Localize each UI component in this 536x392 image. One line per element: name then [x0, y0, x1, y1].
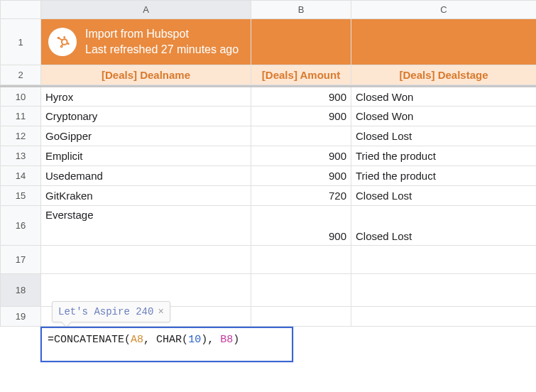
- cell-A17[interactable]: [41, 246, 251, 274]
- cell-B17[interactable]: [251, 246, 351, 274]
- column-header-row: A B C: [1, 1, 537, 19]
- cell-C16[interactable]: Closed Lost: [351, 206, 537, 246]
- svg-line-6: [67, 43, 67, 43]
- row-number[interactable]: 1: [1, 19, 41, 65]
- banner-title: Import from Hubspot: [85, 26, 239, 42]
- cell-C14[interactable]: Tried the product: [351, 166, 537, 186]
- hubspot-icon: [48, 28, 77, 56]
- row-number[interactable]: 2: [1, 65, 41, 85]
- row-number[interactable]: 12: [1, 126, 41, 146]
- tooltip-text: Let's Aspire 240: [58, 306, 153, 317]
- row-17: 17: [1, 246, 537, 274]
- cell-B18[interactable]: [251, 274, 351, 307]
- corner-cell[interactable]: [1, 1, 41, 19]
- row-1: 1 Import fro: [1, 19, 537, 65]
- close-icon[interactable]: ×: [158, 306, 163, 317]
- cell-B15[interactable]: 720: [251, 186, 351, 206]
- svg-line-8: [62, 44, 62, 46]
- cell-A16[interactable]: Everstage: [41, 206, 251, 246]
- cell-A1[interactable]: Import from Hubspot Last refreshed 27 mi…: [41, 19, 251, 65]
- cell-B13[interactable]: 900: [251, 146, 351, 166]
- cell-A15[interactable]: GitKraken: [41, 186, 251, 206]
- row-11: 11 Cryptonary 900 Closed Won: [1, 107, 537, 126]
- row-12: 12 GoGipper Closed Lost: [1, 126, 537, 146]
- row-number[interactable]: 13: [1, 146, 41, 166]
- cell-B12[interactable]: [251, 126, 351, 146]
- row-2: 2 [Deals] Dealname [Deals] Amount [Deals…: [1, 65, 537, 85]
- cell-C19[interactable]: [351, 307, 537, 327]
- cell-A11[interactable]: Cryptonary: [41, 107, 251, 126]
- row-number[interactable]: 10: [1, 87, 41, 107]
- cell-C18[interactable]: [351, 274, 537, 307]
- row-15: 15 GitKraken 720 Closed Lost: [1, 186, 537, 206]
- column-header-B[interactable]: B: [251, 1, 351, 19]
- cell-C12[interactable]: Closed Lost: [351, 126, 537, 146]
- cell-C10[interactable]: Closed Won: [351, 87, 537, 107]
- cell-A10[interactable]: Hyrox: [41, 87, 251, 107]
- row-number[interactable]: 15: [1, 186, 41, 206]
- cell-C13[interactable]: Tried the product: [351, 146, 537, 166]
- column-header-A[interactable]: A: [41, 1, 251, 19]
- cell-B19[interactable]: [251, 307, 351, 327]
- header-dealname[interactable]: [Deals] Dealname: [41, 65, 251, 85]
- row-16: 16 Everstage 900 Closed Lost: [1, 206, 537, 246]
- column-header-C[interactable]: C: [351, 1, 537, 19]
- header-dealstage[interactable]: [Deals] Dealstage: [351, 65, 537, 85]
- cell-B16[interactable]: 900: [251, 206, 351, 246]
- import-banner: Import from Hubspot Last refreshed 27 mi…: [41, 19, 251, 65]
- cell-B14[interactable]: 900: [251, 166, 351, 186]
- row-number[interactable]: 16: [1, 206, 41, 246]
- row-13: 13 Emplicit 900 Tried the product: [1, 146, 537, 166]
- cell-C11[interactable]: Closed Won: [351, 107, 537, 126]
- cell-A12[interactable]: GoGipper: [41, 126, 251, 146]
- cell-A14[interactable]: Usedemand: [41, 166, 251, 186]
- row-number[interactable]: 17: [1, 246, 41, 274]
- row-number[interactable]: 11: [1, 107, 41, 126]
- cell-C15[interactable]: Closed Lost: [351, 186, 537, 206]
- svg-point-1: [63, 36, 65, 38]
- row-number[interactable]: 18: [1, 274, 41, 307]
- cell-C17[interactable]: [351, 246, 537, 274]
- row-10: 10 Hyrox 900 Closed Won: [1, 87, 537, 107]
- cell-C1[interactable]: [351, 19, 537, 65]
- spreadsheet-grid[interactable]: A B C 1: [0, 0, 536, 327]
- row-number[interactable]: 14: [1, 166, 41, 186]
- banner-subtitle: Last refreshed 27 minutes ago: [85, 42, 239, 58]
- cell-B1[interactable]: [251, 19, 351, 65]
- cell-A13[interactable]: Emplicit: [41, 146, 251, 166]
- cell-B10[interactable]: 900: [251, 87, 351, 107]
- row-number[interactable]: 19: [1, 307, 41, 327]
- row-14: 14 Usedemand 900 Tried the product: [1, 166, 537, 186]
- formula-preview-tooltip: Let's Aspire 240 ×: [52, 301, 170, 322]
- active-cell-editor[interactable]: =CONCATENATE(A8, CHAR(10), B8): [40, 327, 293, 362]
- header-amount[interactable]: [Deals] Amount: [251, 65, 351, 85]
- cell-B11[interactable]: 900: [251, 107, 351, 126]
- svg-point-4: [60, 45, 62, 47]
- svg-line-7: [60, 38, 62, 40]
- formula-text[interactable]: =CONCATENATE(A8, CHAR(10), B8): [42, 328, 292, 352]
